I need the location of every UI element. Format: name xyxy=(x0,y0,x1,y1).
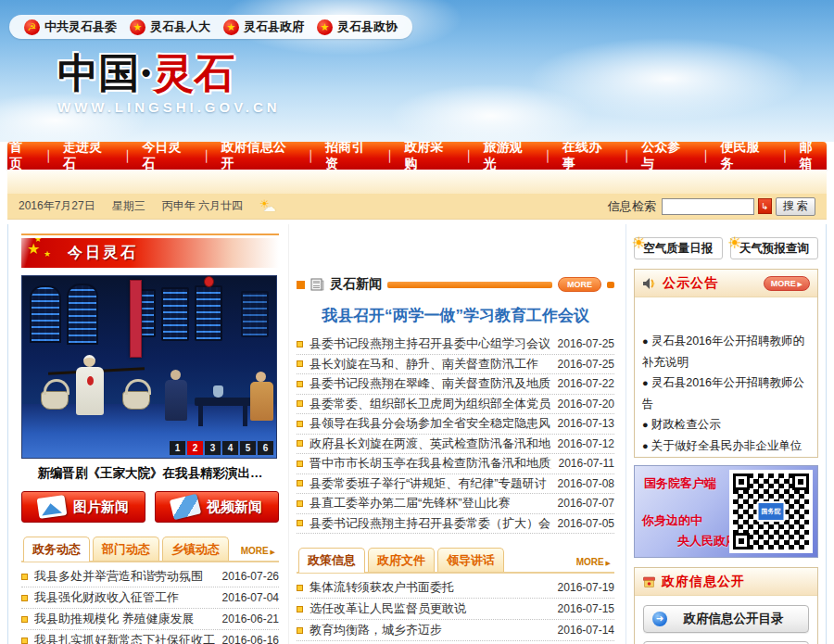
list-item-title[interactable]: 选任改革让人民监督员更敢说 xyxy=(310,600,550,617)
nav-item[interactable]: 今日灵石 xyxy=(140,139,219,172)
nav-item[interactable]: 走进灵石 xyxy=(61,139,140,172)
tab[interactable]: 领导讲话 xyxy=(437,548,504,572)
nav-item-label[interactable]: 邮箱 xyxy=(798,139,827,172)
nav-item[interactable]: 便民服务 xyxy=(719,139,798,172)
site-logo[interactable]: 中国·灵石 WWW.LINGSHI.GOV.CN xyxy=(57,52,281,115)
nav-item-label[interactable]: 招商引资 xyxy=(323,139,377,172)
tab[interactable]: 政策信息 xyxy=(298,548,365,573)
carousel-page[interactable]: 4 xyxy=(222,441,238,455)
nav-item[interactable]: 政府信息公开 xyxy=(220,139,324,172)
nav-item[interactable]: 首页 xyxy=(7,139,61,172)
policy-tabs: 政策信息政府文件领导讲话 MORE xyxy=(297,547,614,574)
nav-item-label[interactable]: 政府采购 xyxy=(402,139,456,172)
nav-item[interactable]: 在线办事 xyxy=(561,139,639,172)
nav-item[interactable]: 公众参与 xyxy=(639,139,718,172)
tab[interactable]: 乡镇动态 xyxy=(162,537,229,561)
news-date: 2016-07-11 xyxy=(559,457,615,470)
tab[interactable]: 政府文件 xyxy=(368,548,435,572)
top-link-label: 灵石县人大 xyxy=(150,19,210,35)
notice-item[interactable]: 灵石县2016年公开招聘教师公告 xyxy=(642,373,810,414)
news-title[interactable]: 县委书记段燕翔主持召开县委中心组学习会议 xyxy=(310,335,550,352)
top-link[interactable]: ★ 灵石县政协 xyxy=(317,19,398,35)
search-label: 信息检索 xyxy=(608,198,656,215)
more-link[interactable]: MORE xyxy=(241,546,277,561)
news-date: 2016-07-05 xyxy=(558,517,614,530)
photo-news-button[interactable]: 图片新闻 xyxy=(21,491,145,523)
search-button[interactable]: 搜 索 xyxy=(776,197,815,216)
carousel-caption[interactable]: 新编晋剧《王家大院》在我县精彩演出… xyxy=(21,465,279,482)
list-item-title[interactable]: 我县强化财政收入征管工作 xyxy=(34,589,215,606)
tab[interactable]: 政务动态 xyxy=(23,537,90,562)
carousel-page[interactable]: 6 xyxy=(258,441,273,455)
nav-item-label[interactable]: 政府信息公开 xyxy=(220,139,298,172)
weather-forecast-button[interactable]: ☀ 天气预报查询 xyxy=(730,237,819,259)
news-list: 县委书记段燕翔主持召开县委中心组学习会议 2016-07-25 县长刘旋在马和、… xyxy=(297,335,614,534)
news-title[interactable]: 县委书记段燕翔在翠峰、南关督查防汛及地质灾害防治… xyxy=(310,375,550,392)
nav-item-label[interactable]: 首页 xyxy=(7,139,35,172)
today-lingshi-title: 今日灵石 xyxy=(68,244,138,263)
info-directory-button[interactable]: ➜ 政府信息公开目录 xyxy=(643,605,809,633)
carousel-page[interactable]: 2 xyxy=(187,441,203,455)
list-item-title[interactable]: 我县扎实抓好新常态下社保征收工作 xyxy=(34,632,215,644)
nav-item[interactable]: 政府采购 xyxy=(402,139,481,172)
nav-item-label[interactable]: 公众参与 xyxy=(639,139,693,172)
list-item-title[interactable]: 集体流转须获农户书面委托 xyxy=(310,579,550,596)
news-title[interactable]: 县委常委班子举行“讲规矩、有纪律”专题研讨 xyxy=(310,475,550,492)
top-link[interactable]: ☭ 中共灵石县委 xyxy=(24,19,117,35)
news-row: 县长刘旋在马和、静升、南关督查防汛工作 2016-07-25 xyxy=(297,355,614,375)
top-headline[interactable]: 我县召开“两学一做”学习教育工作会议 xyxy=(297,305,614,326)
news-more-button[interactable]: MORE xyxy=(558,277,601,292)
video-news-label: 视频新闻 xyxy=(207,499,262,516)
list-item-title[interactable]: 教育均衡路，城乡齐迈步 xyxy=(310,622,550,638)
nav-item-label[interactable]: 今日灵石 xyxy=(140,139,194,172)
notice-more-button[interactable]: MORE xyxy=(764,276,810,291)
news-title[interactable]: 县委书记段燕翔主持召开县委常委（扩大）会议 xyxy=(310,515,550,532)
carousel-page[interactable]: 1 xyxy=(170,441,185,455)
air-quality-button[interactable]: ☀ 空气质量日报 xyxy=(634,237,723,259)
top-link[interactable]: ★ 灵石县政府 xyxy=(223,19,304,35)
news-title[interactable]: 县委常委、组织部长卫虎周为组织部全体党员讲党课 xyxy=(310,396,550,412)
nav-item[interactable]: 旅游观光 xyxy=(482,139,561,172)
search-input[interactable] xyxy=(662,198,754,215)
notice-item[interactable]: 财政检查公示 xyxy=(642,414,810,436)
notice-list: 灵石县2016年公开招聘教师的补充说明灵石县2016年公开招聘教师公告财政检查公… xyxy=(635,297,817,457)
video-news-button[interactable]: 视频新闻 xyxy=(155,491,279,523)
nav-item-label[interactable]: 便民服务 xyxy=(719,139,773,172)
air-quality-label: 空气质量日报 xyxy=(643,241,713,257)
today-lingshi-section: ★ ★ ★ 今日灵石 xyxy=(21,234,279,523)
nav-item-label[interactable]: 旅游观光 xyxy=(482,139,536,172)
news-date: 2016-07-07 xyxy=(558,497,614,510)
info-disclosure-body: ➜ 政府信息公开目录 ➜ xyxy=(635,596,817,644)
notice-item[interactable]: 灵石县2016年公开招聘教师的补充说明 xyxy=(642,331,810,373)
list-item-title[interactable]: 我县助推规模化 养殖健康发展 xyxy=(34,611,215,627)
main-nav: 首页 走进灵石 今日灵石 政府信息公开 招商引资 政府采购 旅游观光 在线办事 … xyxy=(7,142,827,170)
news-row: 县领导在我县分会场参加全省安全稳定隐患风险大排查… 2016-07-13 xyxy=(297,414,614,435)
news-title[interactable]: 政府县长刘旋在两渡、英武检查防汛备汛和地质灾害防… xyxy=(310,436,550,452)
notice-item[interactable]: 关于做好全县民办非企业单位2015年年度检查事项公告的函 xyxy=(642,436,810,458)
search-go-icon[interactable]: ↳ xyxy=(758,198,772,214)
news-photo-carousel[interactable]: 123456 xyxy=(21,275,277,459)
nav-item[interactable]: 邮箱 xyxy=(798,139,827,172)
lingshi-gov-homepage: ☭ 中共灵石县委 ★ 灵石县人大 ★ 灵石县政府 ★ 灵石县政协 xyxy=(0,0,834,644)
nav-item-label[interactable]: 走进灵石 xyxy=(61,139,115,172)
more-link[interactable]: MORE xyxy=(576,557,613,572)
bullet-icon xyxy=(297,400,303,407)
speaker-icon xyxy=(642,277,657,290)
list-item-title[interactable]: 我县多处并举营造和谐劳动氛围 xyxy=(34,568,215,585)
top-link[interactable]: ★ 灵石县人大 xyxy=(130,19,210,35)
news-title[interactable]: 晋中市市长胡玉亭在我县检查防汛备汛和地质灾害防治… xyxy=(310,455,551,472)
news-title[interactable]: 县长刘旋在马和、静升、南关督查防汛工作 xyxy=(310,356,550,373)
nav-item[interactable]: 招商引资 xyxy=(323,139,402,172)
carousel-page[interactable]: 3 xyxy=(205,441,221,455)
tab[interactable]: 部门动态 xyxy=(93,537,159,561)
news-title[interactable]: 县领导在我县分会场参加全省安全稳定隐患风险大排查… xyxy=(310,415,550,432)
gov-dynamics-tabs: 政务动态部门动态乡镇动态 MORE xyxy=(21,536,279,562)
news-title[interactable]: 县直工委举办第二届“先锋杯”登山比赛 xyxy=(310,495,550,511)
sub-nav-strip xyxy=(7,170,827,194)
star-icon: ★ xyxy=(44,249,51,259)
nav-item-label[interactable]: 在线办事 xyxy=(561,139,614,172)
carousel-page[interactable]: 5 xyxy=(240,441,256,455)
state-council-client-banner[interactable]: 国务院客户端 你身边的中 央人民政府 国务院 xyxy=(634,465,818,558)
policy-info-section: 政策信息政府文件领导讲话 MORE 集体流转须获农户书面委托 2016-07-1… xyxy=(297,547,614,644)
policy-list: 集体流转须获农户书面委托 2016-07-19 选任改革让人民监督员更敢说 20… xyxy=(297,577,614,644)
